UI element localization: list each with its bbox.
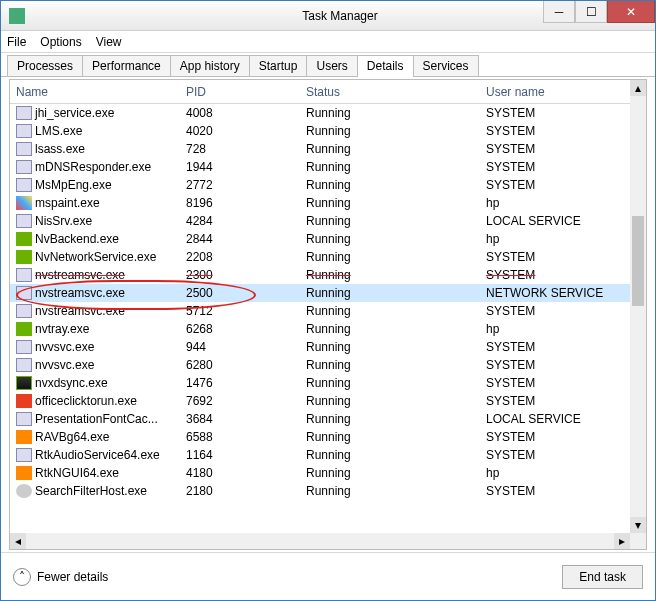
scroll-up-icon[interactable]: ▴ [630,80,646,96]
end-task-button[interactable]: End task [562,565,643,589]
col-name[interactable]: Name [10,85,180,99]
cell-status: Running [300,466,480,480]
table-row[interactable]: nvxdsync.exe1476RunningSYSTEM [10,374,630,392]
window-controls: ─ ☐ ✕ [543,1,655,23]
menu-file[interactable]: File [7,35,26,49]
minimize-button[interactable]: ─ [543,1,575,23]
table-row[interactable]: nvvsvc.exe6280RunningSYSTEM [10,356,630,374]
process-icon [16,340,32,354]
cell-status: Running [300,448,480,462]
cell-pid: 4020 [180,124,300,138]
tab-services[interactable]: Services [413,55,479,76]
cell-status: Running [300,250,480,264]
cell-user: NETWORK SERVICE [480,286,630,300]
cell-name: officeclicktorun.exe [10,394,180,409]
table-row[interactable]: nvstreamsvc.exe5712RunningSYSTEM [10,302,630,320]
col-pid[interactable]: PID [180,85,300,99]
tab-performance[interactable]: Performance [82,55,171,76]
cell-name: nvvsvc.exe [10,340,180,355]
scroll-right-icon[interactable]: ▸ [614,533,630,549]
table-row[interactable]: nvstreamsvc.exe2300RunningSYSTEM [10,266,630,284]
scroll-left-icon[interactable]: ◂ [10,533,26,549]
cell-status: Running [300,394,480,408]
fewer-details-button[interactable]: ˄ Fewer details [13,568,108,586]
cell-status: Running [300,106,480,120]
cell-pid: 8196 [180,196,300,210]
cell-user: SYSTEM [480,142,630,156]
process-icon [16,430,32,444]
scroll-track-h[interactable] [26,533,614,549]
cell-name: mspaint.exe [10,196,180,211]
tab-processes[interactable]: Processes [7,55,83,76]
scroll-down-icon[interactable]: ▾ [630,517,646,533]
table-row[interactable]: PresentationFontCac...3684RunningLOCAL S… [10,410,630,428]
cell-name: nvstreamsvc.exe [10,304,180,319]
table-row[interactable]: jhi_service.exe4008RunningSYSTEM [10,104,630,122]
table-row[interactable]: officeclicktorun.exe7692RunningSYSTEM [10,392,630,410]
cell-status: Running [300,196,480,210]
table-row[interactable]: nvvsvc.exe944RunningSYSTEM [10,338,630,356]
table-row[interactable]: RtkNGUI64.exe4180Runninghp [10,464,630,482]
table-row[interactable]: LMS.exe4020RunningSYSTEM [10,122,630,140]
table-row[interactable]: SearchFilterHost.exe2180RunningSYSTEM [10,482,630,500]
maximize-button[interactable]: ☐ [575,1,607,23]
process-icon [16,106,32,120]
table-row[interactable]: MsMpEng.exe2772RunningSYSTEM [10,176,630,194]
horizontal-scrollbar[interactable]: ◂ ▸ [10,533,630,549]
scroll-thumb[interactable] [632,216,644,306]
footer: ˄ Fewer details End task [1,552,655,600]
close-button[interactable]: ✕ [607,1,655,23]
table-row[interactable]: RtkAudioService64.exe1164RunningSYSTEM [10,446,630,464]
col-user[interactable]: User name [480,85,646,99]
cell-name: nvstreamsvc.exe [10,268,180,283]
table-row[interactable]: nvtray.exe6268Runninghp [10,320,630,338]
cell-pid: 2208 [180,250,300,264]
table-row[interactable]: NvBackend.exe2844Runninghp [10,230,630,248]
chevron-up-icon: ˄ [13,568,31,586]
table-body: jhi_service.exe4008RunningSYSTEMLMS.exe4… [10,104,630,533]
cell-user: LOCAL SERVICE [480,412,630,426]
col-status[interactable]: Status [300,85,480,99]
table-row[interactable]: NisSrv.exe4284RunningLOCAL SERVICE [10,212,630,230]
cell-name: nvxdsync.exe [10,376,180,391]
cell-user: hp [480,322,630,336]
cell-user: SYSTEM [480,124,630,138]
cell-user: SYSTEM [480,250,630,264]
cell-status: Running [300,268,480,282]
cell-name: NvBackend.exe [10,232,180,247]
table-row[interactable]: RAVBg64.exe6588RunningSYSTEM [10,428,630,446]
vertical-scrollbar[interactable]: ▴ ▾ [630,80,646,533]
cell-name: RtkNGUI64.exe [10,466,180,481]
table-row[interactable]: mDNSResponder.exe1944RunningSYSTEM [10,158,630,176]
process-icon [16,448,32,462]
cell-name: RAVBg64.exe [10,430,180,445]
tab-app-history[interactable]: App history [170,55,250,76]
process-icon [16,178,32,192]
process-table: Name PID Status User name jhi_service.ex… [9,79,647,550]
cell-status: Running [300,340,480,354]
cell-name: NisSrv.exe [10,214,180,229]
table-row[interactable]: NvNetworkService.exe2208RunningSYSTEM [10,248,630,266]
cell-status: Running [300,214,480,228]
cell-pid: 1944 [180,160,300,174]
scroll-track[interactable] [630,96,646,517]
menu-view[interactable]: View [96,35,122,49]
cell-user: SYSTEM [480,268,630,282]
menu-options[interactable]: Options [40,35,81,49]
tabbar: ProcessesPerformanceApp historyStartupUs… [1,53,655,77]
tab-startup[interactable]: Startup [249,55,308,76]
table-row[interactable]: nvstreamsvc.exe2500RunningNETWORK SERVIC… [10,284,630,302]
cell-name: nvvsvc.exe [10,358,180,373]
cell-user: SYSTEM [480,178,630,192]
table-row[interactable]: mspaint.exe8196Runninghp [10,194,630,212]
cell-pid: 3684 [180,412,300,426]
process-icon [16,160,32,174]
fewer-details-label: Fewer details [37,570,108,584]
cell-status: Running [300,286,480,300]
table-row[interactable]: lsass.exe728RunningSYSTEM [10,140,630,158]
cell-pid: 5712 [180,304,300,318]
tab-details[interactable]: Details [357,55,414,77]
tab-users[interactable]: Users [306,55,357,76]
table-header: Name PID Status User name [10,80,646,104]
cell-user: SYSTEM [480,394,630,408]
